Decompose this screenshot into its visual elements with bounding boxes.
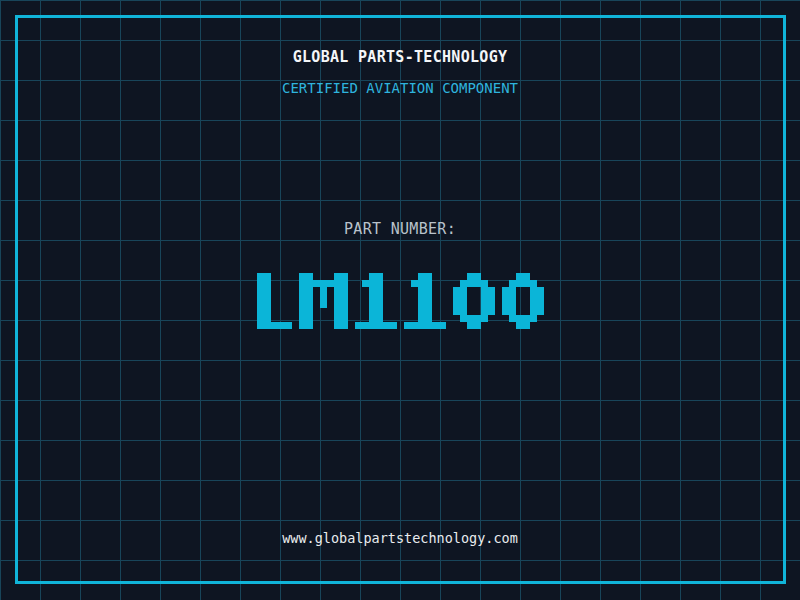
part-number-label: PART NUMBER: (0, 221, 800, 238)
blueprint-part-card: GLOBAL PARTS-TECHNOLOGY CERTIFIED AVIATI… (0, 0, 800, 600)
part-number-value (0, 273, 800, 329)
certification-subtitle: CERTIFIED AVIATION COMPONENT (0, 80, 800, 96)
company-name: GLOBAL PARTS-TECHNOLOGY (0, 49, 800, 66)
website-url: www.globalpartstechnology.com (0, 530, 800, 546)
